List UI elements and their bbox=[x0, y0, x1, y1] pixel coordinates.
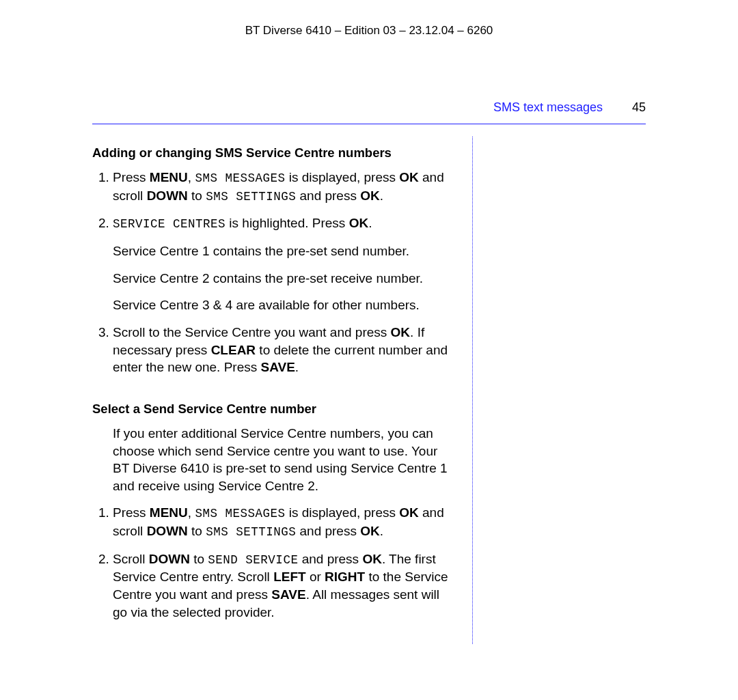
note-sc34: Service Centre 3 & 4 are available for o… bbox=[113, 296, 449, 314]
ui-send-service: SEND SERVICE bbox=[208, 553, 298, 567]
running-head-section: SMS text messages bbox=[493, 100, 603, 114]
ui-sms-messages: SMS MESSAGES bbox=[195, 507, 285, 520]
ok-key: OK bbox=[391, 325, 411, 339]
page-number: 45 bbox=[632, 100, 646, 114]
left-key: LEFT bbox=[273, 570, 306, 584]
step-3: Scroll to the Service Centre you want an… bbox=[113, 324, 449, 376]
step-2b: Scroll DOWN to SEND SERVICE and press OK… bbox=[113, 550, 449, 621]
ui-sms-settings: SMS SETTINGS bbox=[206, 525, 296, 539]
heading-adding-changing: Adding or changing SMS Service Centre nu… bbox=[92, 145, 449, 162]
ui-sms-messages: SMS MESSAGES bbox=[195, 171, 285, 185]
ok-key: OK bbox=[360, 188, 380, 203]
note-sc2: Service Centre 2 contains the pre-set re… bbox=[113, 270, 449, 288]
ok-key: OK bbox=[399, 170, 419, 184]
ok-key: OK bbox=[399, 505, 419, 520]
running-head: SMS text messages 45 bbox=[92, 99, 646, 124]
document-header: BT Diverse 6410 – Edition 03 – 23.12.04 … bbox=[0, 0, 738, 39]
down-key: DOWN bbox=[147, 524, 188, 538]
step-1b: Press MENU, SMS MESSAGES is displayed, p… bbox=[113, 504, 449, 540]
down-key: DOWN bbox=[149, 552, 190, 566]
right-column bbox=[473, 137, 646, 644]
ok-key: OK bbox=[349, 216, 369, 230]
section-select-send: Select a Send Service Centre number If y… bbox=[92, 401, 449, 621]
ui-sms-settings: SMS SETTINGS bbox=[206, 190, 296, 204]
clear-key: CLEAR bbox=[211, 343, 256, 357]
save-key: SAVE bbox=[271, 587, 305, 602]
ok-key: OK bbox=[360, 524, 380, 538]
menu-key: MENU bbox=[150, 505, 188, 520]
ui-service-centres: SERVICE CENTRES bbox=[113, 217, 226, 231]
left-column: Adding or changing SMS Service Centre nu… bbox=[92, 137, 473, 644]
step-1: Press MENU, SMS MESSAGES is displayed, p… bbox=[113, 169, 449, 205]
page-content: Adding or changing SMS Service Centre nu… bbox=[92, 137, 646, 644]
intro-select-send: If you enter additional Service Centre n… bbox=[113, 425, 449, 495]
menu-key: MENU bbox=[150, 170, 188, 184]
heading-select-send: Select a Send Service Centre number bbox=[92, 401, 449, 418]
right-key: RIGHT bbox=[325, 570, 365, 584]
save-key: SAVE bbox=[261, 360, 295, 374]
down-key: DOWN bbox=[147, 188, 188, 203]
step-2: SERVICE CENTRES is highlighted. Press OK… bbox=[113, 214, 449, 233]
ok-key: OK bbox=[362, 552, 382, 566]
note-sc1: Service Centre 1 contains the pre-set se… bbox=[113, 242, 449, 260]
section-adding-changing: Adding or changing SMS Service Centre nu… bbox=[92, 145, 449, 376]
